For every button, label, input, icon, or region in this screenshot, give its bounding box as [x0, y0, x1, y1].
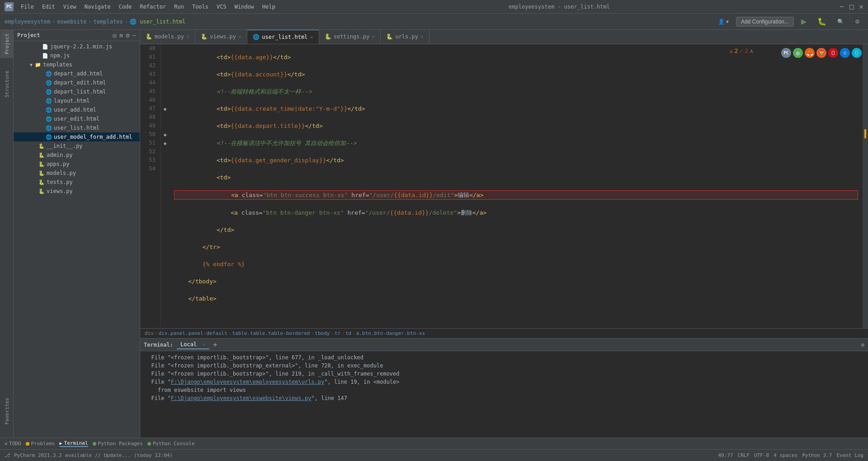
tree-item-init-py[interactable]: 🐍 __init__.py [14, 141, 140, 151]
vcs-menu[interactable]: VCS [213, 3, 230, 11]
tree-item-models-py[interactable]: 🐍 models.py [14, 169, 140, 178]
tree-label: user_add.html [54, 107, 96, 113]
line-ending[interactable]: CRLF [738, 452, 750, 458]
terminal-tab-local[interactable]: Local ✕ [177, 340, 209, 349]
opera-icon[interactable]: O [828, 48, 838, 58]
code-menu[interactable]: Code [115, 3, 136, 11]
terminal-settings-icon[interactable]: ⚙ [861, 342, 864, 348]
breadcrumb-div[interactable]: div [145, 330, 154, 336]
tree-item-layout[interactable]: 🌐 layout.html [14, 96, 140, 105]
panel-collapse-icon[interactable]: ≡ [119, 32, 123, 39]
breadcrumb-td[interactable]: td [345, 330, 351, 336]
tree-item-user-list[interactable]: 🌐 user_list.html [14, 123, 140, 132]
tab-settings-py[interactable]: 🐍 settings.py ✕ [319, 30, 381, 44]
terminal-add-button[interactable]: + [213, 340, 217, 349]
opera2-icon[interactable]: O [852, 48, 862, 58]
tree-item-depart-edit[interactable]: 🌐 depart_edit.html [14, 78, 140, 87]
tree-item-depart-list[interactable]: 🌐 depart_list.html [14, 87, 140, 96]
tree-item-depart-add[interactable]: 🌐 depart_add.html [14, 69, 140, 78]
tab-urls-py[interactable]: 🐍 urls.py ✕ [381, 30, 429, 44]
code-line-44: <td>{{data.depart.title}}</td> [174, 122, 858, 130]
structure-tab[interactable]: Structure [0, 67, 13, 101]
run-button[interactable]: ▶ [797, 15, 810, 28]
minimize-button[interactable]: − [840, 2, 844, 11]
tab-label: views.py [210, 33, 236, 40]
edge-icon[interactable]: e [840, 48, 850, 58]
breadcrumb-table[interactable]: table.table.table-bordered [232, 330, 310, 336]
breadcrumb-eswebsite[interactable]: eswebsite [57, 19, 86, 25]
python-console-tab[interactable]: Python Console [147, 441, 195, 447]
breadcrumb-tbody[interactable]: tbody [315, 330, 330, 336]
python-version[interactable]: Python 3.7 [802, 452, 832, 458]
search-button[interactable]: 🔍 [834, 17, 848, 27]
breadcrumb-employeesystem[interactable]: employeesystem [5, 19, 50, 25]
navigate-menu[interactable]: Navigate [81, 3, 114, 11]
brave-icon[interactable]: 🦁 [816, 48, 826, 58]
help-menu[interactable]: Help [259, 3, 279, 11]
file-menu[interactable]: File [17, 3, 38, 11]
run-menu[interactable]: Run [170, 3, 188, 11]
terminal-label: Terminal: [144, 342, 173, 348]
tree-item-user-edit[interactable]: 🌐 user_edit.html [14, 114, 140, 123]
expand-icon[interactable]: ∧ [750, 48, 753, 54]
tree-label: __init__.py [47, 143, 82, 149]
breadcrumb-a-btn[interactable]: a.btn.btn-danger.btn-xs [356, 330, 425, 336]
terminal-link-urls[interactable]: F:\Django\employeesystem\employeesystem\… [171, 379, 325, 385]
tab-close-settings[interactable]: ✕ [372, 33, 375, 40]
tab-close-models[interactable]: ✕ [186, 33, 189, 40]
breadcrumb-templates[interactable]: templates [94, 19, 123, 25]
close-button[interactable]: ✕ [859, 2, 863, 11]
code-editor[interactable]: <td>{{data.age}}</td> <td>{{data.account… [170, 44, 863, 328]
tools-menu[interactable]: Tools [189, 3, 212, 11]
profile-button[interactable]: 👤 ▾ [714, 17, 732, 27]
tab-close-views[interactable]: ✕ [238, 33, 241, 40]
terminal-tab-close[interactable]: ✕ [203, 342, 206, 348]
update-text[interactable]: PyCharm 2021.3.2 available // Update... … [14, 452, 173, 458]
add-configuration-button[interactable]: Add Configuration... [736, 17, 794, 27]
tree-item-user-add[interactable]: 🌐 user_add.html [14, 105, 140, 114]
editor-content: ⚠ 2 ✓ 2 ∧ PC ● 🦊 🦁 O e O [140, 44, 868, 328]
cursor-position[interactable]: 49:77 [718, 452, 733, 458]
breadcrumb-div-panel[interactable]: div.panel.panel-default [159, 330, 227, 336]
panel-locate-icon[interactable]: ◎ [113, 32, 116, 39]
chrome-icon[interactable]: ● [793, 48, 803, 58]
settings-button[interactable]: ⚙ [851, 17, 863, 27]
indent[interactable]: 4 spaces [774, 452, 797, 458]
tab-user-list-html[interactable]: 🌐 user_list.html ✕ [247, 30, 319, 44]
tree-item-views-py[interactable]: 🐍 views.py [14, 187, 140, 196]
tree-item-jquery[interactable]: 📄 jquery-2.2.1.min.js [14, 42, 140, 51]
tree-item-tests-py[interactable]: 🐍 tests.py [14, 178, 140, 187]
project-tab[interactable]: Project [0, 30, 13, 58]
tab-models-py[interactable]: 🐍 models.py ✕ [140, 30, 195, 44]
debug-button[interactable]: 🐛 [814, 15, 830, 28]
breadcrumb-tr[interactable]: tr [335, 330, 340, 336]
warning-count: 2 [735, 48, 738, 54]
tree-item-user-model-form[interactable]: 🌐 user_model_form_add.html [14, 132, 140, 141]
breadcrumb-file[interactable]: 🌐 user_list.html [130, 19, 185, 25]
panel-settings-icon[interactable]: ⚙ [126, 32, 129, 39]
maximize-button[interactable]: □ [849, 2, 854, 11]
tab-close-user-list[interactable]: ✕ [310, 34, 313, 40]
event-log[interactable]: Event Log [836, 452, 863, 458]
tree-item-npm[interactable]: 📄 npm.js [14, 51, 140, 60]
pycharm-icon[interactable]: PC [781, 48, 791, 58]
terminal-tab-bottom[interactable]: ▶ Terminal [60, 440, 88, 447]
todo-tab[interactable]: ≡ TODO [5, 441, 21, 447]
favorites-tab[interactable]: Favorites [0, 394, 13, 428]
tree-item-templates[interactable]: ▼ 📁 templates [14, 60, 140, 69]
python-packages-tab[interactable]: Python Packages [93, 441, 143, 447]
terminal-link-views[interactable]: F:\Django\employeesystem\eswebsite\views… [171, 395, 311, 401]
tab-views-py[interactable]: 🐍 views.py ✕ [195, 30, 247, 44]
view-menu[interactable]: View [60, 3, 80, 11]
tab-close-urls[interactable]: ✕ [420, 33, 424, 40]
window-menu[interactable]: Window [231, 3, 258, 11]
tree-item-admin-py[interactable]: 🐍 admin.py [14, 151, 140, 160]
tree-item-apps-py[interactable]: 🐍 apps.py [14, 160, 140, 169]
problems-tab[interactable]: Problems [26, 441, 55, 447]
firefox-icon[interactable]: 🦊 [805, 48, 815, 58]
encoding[interactable]: UTF-8 [754, 452, 769, 458]
refactor-menu[interactable]: Refactor [136, 3, 170, 11]
terminal-content[interactable]: File "<frozen importlib._bootstrap>", li… [140, 351, 868, 437]
edit-menu[interactable]: Edit [38, 3, 59, 11]
panel-minimize-icon[interactable]: − [132, 32, 136, 39]
